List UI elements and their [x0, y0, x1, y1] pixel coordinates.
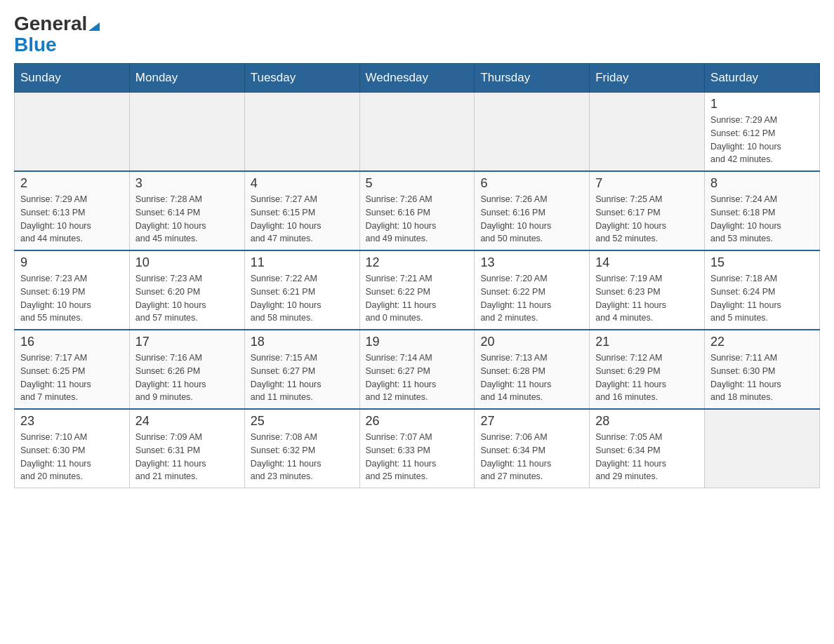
calendar-week-1: 1Sunrise: 7:29 AMSunset: 6:12 PMDaylight… [15, 93, 820, 172]
day-info: Sunrise: 7:22 AMSunset: 6:21 PMDaylight:… [251, 272, 354, 325]
calendar-week-3: 9Sunrise: 7:23 AMSunset: 6:19 PMDaylight… [15, 250, 820, 330]
calendar-cell [359, 93, 475, 172]
day-info: Sunrise: 7:07 AMSunset: 6:33 PMDaylight:… [366, 431, 469, 483]
calendar-cell: 22Sunrise: 7:11 AMSunset: 6:30 PMDayligh… [705, 330, 820, 409]
day-info: Sunrise: 7:29 AMSunset: 6:12 PMDaylight:… [710, 114, 814, 166]
day-number: 23 [20, 414, 124, 429]
day-info: Sunrise: 7:23 AMSunset: 6:20 PMDaylight:… [135, 272, 239, 325]
calendar-cell: 1Sunrise: 7:29 AMSunset: 6:12 PMDaylight… [705, 93, 820, 172]
day-number: 8 [710, 176, 814, 191]
calendar-cell: 16Sunrise: 7:17 AMSunset: 6:25 PMDayligh… [15, 330, 130, 409]
day-number: 13 [480, 255, 583, 270]
day-number: 16 [20, 335, 124, 349]
calendar-cell: 20Sunrise: 7:13 AMSunset: 6:28 PMDayligh… [475, 330, 590, 409]
calendar-cell: 26Sunrise: 7:07 AMSunset: 6:33 PMDayligh… [359, 409, 475, 488]
calendar-cell: 18Sunrise: 7:15 AMSunset: 6:27 PMDayligh… [244, 330, 359, 409]
day-number: 27 [480, 414, 583, 429]
calendar-table: SundayMondayTuesdayWednesdayThursdayFrid… [14, 63, 820, 488]
calendar-cell: 3Sunrise: 7:28 AMSunset: 6:14 PMDaylight… [129, 171, 244, 250]
calendar-cell: 2Sunrise: 7:29 AMSunset: 6:13 PMDaylight… [15, 171, 130, 250]
calendar-cell: 17Sunrise: 7:16 AMSunset: 6:26 PMDayligh… [129, 330, 244, 409]
day-info: Sunrise: 7:05 AMSunset: 6:34 PMDaylight:… [595, 431, 699, 483]
day-number: 18 [251, 335, 354, 349]
day-info: Sunrise: 7:18 AMSunset: 6:24 PMDaylight:… [710, 272, 814, 325]
day-info: Sunrise: 7:09 AMSunset: 6:31 PMDaylight:… [135, 431, 239, 483]
day-number: 19 [366, 335, 469, 349]
svg-marker-0 [88, 22, 100, 31]
day-number: 26 [366, 414, 469, 429]
day-number: 21 [595, 335, 699, 349]
day-number: 2 [20, 176, 124, 191]
day-info: Sunrise: 7:19 AMSunset: 6:23 PMDaylight:… [595, 272, 699, 325]
calendar-cell: 10Sunrise: 7:23 AMSunset: 6:20 PMDayligh… [129, 250, 244, 330]
weekday-header-monday: Monday [129, 64, 244, 93]
calendar-cell: 6Sunrise: 7:26 AMSunset: 6:16 PMDaylight… [475, 171, 590, 250]
weekday-header-sunday: Sunday [15, 64, 130, 93]
day-number: 15 [710, 255, 814, 270]
calendar-week-5: 23Sunrise: 7:10 AMSunset: 6:30 PMDayligh… [15, 409, 820, 488]
calendar-cell: 28Sunrise: 7:05 AMSunset: 6:34 PMDayligh… [590, 409, 705, 488]
calendar-cell [15, 93, 130, 172]
day-number: 9 [20, 255, 124, 270]
day-info: Sunrise: 7:06 AMSunset: 6:34 PMDaylight:… [480, 431, 583, 483]
calendar-cell [129, 93, 244, 172]
calendar-cell: 9Sunrise: 7:23 AMSunset: 6:19 PMDaylight… [15, 250, 130, 330]
day-number: 5 [366, 176, 469, 191]
day-number: 10 [135, 255, 239, 270]
calendar-cell [244, 93, 359, 172]
day-info: Sunrise: 7:25 AMSunset: 6:17 PMDaylight:… [595, 193, 699, 246]
day-info: Sunrise: 7:14 AMSunset: 6:27 PMDaylight:… [366, 351, 469, 404]
weekday-header-tuesday: Tuesday [244, 64, 359, 93]
calendar-cell: 11Sunrise: 7:22 AMSunset: 6:21 PMDayligh… [244, 250, 359, 330]
calendar-cell: 25Sunrise: 7:08 AMSunset: 6:32 PMDayligh… [244, 409, 359, 488]
day-number: 3 [135, 176, 239, 191]
day-info: Sunrise: 7:29 AMSunset: 6:13 PMDaylight:… [20, 193, 124, 246]
day-number: 28 [595, 414, 699, 429]
logo-general: General [14, 14, 100, 34]
weekday-header-wednesday: Wednesday [359, 64, 475, 93]
calendar-cell: 24Sunrise: 7:09 AMSunset: 6:31 PMDayligh… [129, 409, 244, 488]
day-info: Sunrise: 7:11 AMSunset: 6:30 PMDaylight:… [710, 351, 814, 404]
day-info: Sunrise: 7:26 AMSunset: 6:16 PMDaylight:… [366, 193, 469, 246]
calendar-week-4: 16Sunrise: 7:17 AMSunset: 6:25 PMDayligh… [15, 330, 820, 409]
calendar-cell: 7Sunrise: 7:25 AMSunset: 6:17 PMDaylight… [590, 171, 705, 250]
calendar-cell: 15Sunrise: 7:18 AMSunset: 6:24 PMDayligh… [705, 250, 820, 330]
logo-blue: Blue [14, 34, 57, 56]
calendar-cell: 14Sunrise: 7:19 AMSunset: 6:23 PMDayligh… [590, 250, 705, 330]
calendar-cell: 23Sunrise: 7:10 AMSunset: 6:30 PMDayligh… [15, 409, 130, 488]
page-header: General Blue [14, 14, 820, 56]
day-info: Sunrise: 7:27 AMSunset: 6:15 PMDaylight:… [251, 193, 354, 246]
weekday-header-friday: Friday [590, 64, 705, 93]
calendar-cell [590, 93, 705, 172]
calendar-cell: 5Sunrise: 7:26 AMSunset: 6:16 PMDaylight… [359, 171, 475, 250]
weekday-header-saturday: Saturday [705, 64, 820, 93]
day-info: Sunrise: 7:26 AMSunset: 6:16 PMDaylight:… [480, 193, 583, 246]
day-info: Sunrise: 7:17 AMSunset: 6:25 PMDaylight:… [20, 351, 124, 404]
weekday-header-thursday: Thursday [475, 64, 590, 93]
day-info: Sunrise: 7:15 AMSunset: 6:27 PMDaylight:… [251, 351, 354, 404]
day-number: 7 [595, 176, 699, 191]
day-number: 12 [366, 255, 469, 270]
day-info: Sunrise: 7:12 AMSunset: 6:29 PMDaylight:… [595, 351, 699, 404]
day-info: Sunrise: 7:23 AMSunset: 6:19 PMDaylight:… [20, 272, 124, 325]
day-number: 4 [251, 176, 354, 191]
calendar-cell: 21Sunrise: 7:12 AMSunset: 6:29 PMDayligh… [590, 330, 705, 409]
day-number: 6 [480, 176, 583, 191]
day-number: 25 [251, 414, 354, 429]
day-info: Sunrise: 7:10 AMSunset: 6:30 PMDaylight:… [20, 431, 124, 483]
calendar-cell: 4Sunrise: 7:27 AMSunset: 6:15 PMDaylight… [244, 171, 359, 250]
calendar-cell: 27Sunrise: 7:06 AMSunset: 6:34 PMDayligh… [475, 409, 590, 488]
day-info: Sunrise: 7:21 AMSunset: 6:22 PMDaylight:… [366, 272, 469, 325]
day-number: 24 [135, 414, 239, 429]
day-info: Sunrise: 7:13 AMSunset: 6:28 PMDaylight:… [480, 351, 583, 404]
day-info: Sunrise: 7:28 AMSunset: 6:14 PMDaylight:… [135, 193, 239, 246]
calendar-cell [705, 409, 820, 488]
calendar-cell [475, 93, 590, 172]
calendar-cell: 12Sunrise: 7:21 AMSunset: 6:22 PMDayligh… [359, 250, 475, 330]
day-number: 1 [710, 97, 814, 112]
calendar-week-2: 2Sunrise: 7:29 AMSunset: 6:13 PMDaylight… [15, 171, 820, 250]
day-number: 22 [710, 335, 814, 349]
day-number: 14 [595, 255, 699, 270]
day-number: 11 [251, 255, 354, 270]
day-info: Sunrise: 7:16 AMSunset: 6:26 PMDaylight:… [135, 351, 239, 404]
